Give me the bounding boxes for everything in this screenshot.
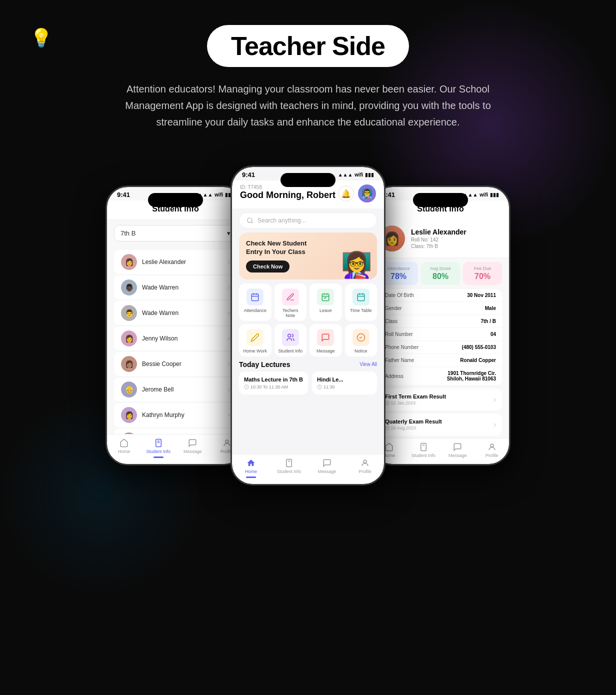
nav-label: Student Info bbox=[411, 453, 436, 458]
chevron-right-icon: › bbox=[228, 360, 230, 368]
lectures-list: Maths Lecture in 7th B 10:30 To 11:30 AM… bbox=[232, 372, 384, 394]
nav-home[interactable]: Home bbox=[107, 438, 142, 458]
nav-label: Home bbox=[245, 469, 257, 474]
check-now-button[interactable]: Check Now bbox=[246, 260, 290, 272]
nav-label: Message bbox=[318, 469, 336, 474]
info-row-class: Class 7th / B bbox=[379, 315, 502, 328]
exam-item-quarterly[interactable]: Quaterly Exam Result 10 Aug,2023 › bbox=[379, 414, 502, 436]
student-info-icon bbox=[282, 329, 299, 346]
nav-message[interactable]: Message bbox=[440, 442, 475, 458]
wifi-icon: wifi bbox=[480, 192, 488, 198]
nav-message[interactable]: Message bbox=[308, 458, 346, 478]
nav-label: Profile bbox=[486, 453, 498, 458]
svg-point-4 bbox=[248, 218, 252, 222]
list-item[interactable]: 👩 Jenny Wilson › bbox=[114, 326, 237, 350]
avatar: 👨🏿 bbox=[121, 280, 137, 296]
father-value: Ronald Copper bbox=[460, 358, 496, 363]
svg-rect-21 bbox=[286, 460, 292, 467]
banner-line1: Check New Student bbox=[246, 240, 306, 248]
menu-homework[interactable]: Home Work bbox=[239, 324, 272, 356]
student-name: Bessie Cooper bbox=[142, 360, 223, 368]
nav-student-info[interactable]: Student Info bbox=[270, 458, 308, 478]
student-name: Kathryn Murphy bbox=[142, 412, 223, 418]
dynamic-island-left bbox=[148, 193, 203, 207]
exam1-date: 12 Jan,2023 bbox=[385, 400, 446, 406]
menu-teachers-note[interactable]: Techers Note bbox=[274, 284, 307, 321]
status-icons-left: ▲▲▲ wifi ▮▮▮ bbox=[198, 192, 234, 198]
menu-student-info[interactable]: Student Info bbox=[274, 324, 307, 356]
timetable-label: Time Table bbox=[350, 308, 372, 313]
view-all-button[interactable]: View All bbox=[360, 362, 377, 367]
logo-icon: 💡 bbox=[30, 28, 52, 48]
banner-text: Check New Student Entry In Your Class Ch… bbox=[246, 240, 306, 272]
student-profile: 👩 Leslie Alexander Roll No: 142 Class: 7… bbox=[372, 220, 509, 258]
list-item[interactable]: 👩 Kathryn Murphy › bbox=[114, 403, 237, 427]
message-icon bbox=[317, 329, 334, 346]
battery-icon: ▮▮▮ bbox=[490, 192, 499, 198]
message-label: Message bbox=[316, 348, 335, 354]
exam1-title: First Term Exam Result bbox=[385, 394, 446, 400]
class-selector[interactable]: 7th B ▾ bbox=[114, 225, 237, 242]
teacher-avatar: 👨‍🏫 bbox=[358, 184, 376, 202]
nav-student-info[interactable]: Student Info bbox=[406, 442, 441, 458]
lecture-name: Hindi Le... bbox=[317, 376, 372, 382]
nav-home[interactable]: Home bbox=[232, 458, 270, 478]
info-table: Date Of Birth 30 Nov 2011 Gender Male Cl… bbox=[379, 289, 502, 386]
student-list: 👩 Leslie Alexander › 👨🏿 Wade Warren › 👨 … bbox=[107, 246, 244, 464]
avg-score-label: Avg.Score bbox=[425, 266, 456, 271]
banner-line2: Entry In Your Class bbox=[246, 248, 306, 256]
address-label: Address bbox=[385, 374, 404, 379]
bell-button[interactable]: 🔔 bbox=[338, 186, 354, 202]
status-icons-right: ▲▲▲ wifi ▮▮▮ bbox=[463, 192, 499, 198]
svg-point-3 bbox=[226, 440, 228, 443]
dob-value: 30 Nov 2011 bbox=[467, 292, 496, 298]
student-name: Jenny Wilson bbox=[142, 335, 223, 342]
info-row-dob: Date Of Birth 30 Nov 2011 bbox=[379, 289, 502, 302]
class-selected-text: 7th B bbox=[120, 230, 136, 237]
info-row-phone: Phone Number (480) 555-0103 bbox=[379, 341, 502, 354]
notice-label: Notice bbox=[354, 348, 368, 354]
avatar: 👩 bbox=[121, 407, 137, 423]
menu-notice[interactable]: Notice bbox=[345, 324, 378, 356]
stats-row: Attendance 78% Avg.Score 80% Fee Due 70% bbox=[379, 262, 502, 285]
svg-rect-14 bbox=[358, 294, 364, 301]
greeting-text: Good Morning, Robert bbox=[240, 190, 336, 200]
attendance-icon bbox=[246, 288, 264, 306]
profile-info: Leslie Alexander Roll No: 142 Class: 7th… bbox=[411, 228, 466, 249]
list-item[interactable]: 👩 Leslie Alexander › bbox=[114, 250, 237, 274]
exam-info: Quaterly Exam Result 10 Aug,2023 bbox=[385, 418, 442, 430]
student-name: Jerome Bell bbox=[142, 386, 223, 393]
lecture-time: 11:30 bbox=[317, 384, 372, 390]
menu-timetable[interactable]: Time Table bbox=[345, 284, 378, 321]
list-item[interactable]: 👨🏿 Wade Warren › bbox=[114, 276, 237, 300]
menu-leave[interactable]: Leave bbox=[310, 284, 342, 321]
list-item[interactable]: 👨 Wade Warren › bbox=[114, 301, 237, 325]
nav-profile[interactable]: Profile bbox=[475, 442, 510, 458]
today-lectures-header: Today Lectures View All bbox=[239, 360, 377, 368]
svg-point-23 bbox=[364, 460, 366, 463]
exam-item-first-term[interactable]: First Term Exam Result 12 Jan,2023 › bbox=[379, 388, 502, 410]
homework-icon bbox=[246, 329, 264, 346]
roll-value: 04 bbox=[490, 332, 496, 337]
phones-section: 9:41 ▲▲▲ wifi ▮▮▮ Student Info 7th B ▾ 👩 bbox=[0, 146, 616, 516]
chevron-right-icon: › bbox=[228, 386, 230, 393]
class-value: 7th / B bbox=[480, 318, 496, 324]
page-title: Teacher Side bbox=[231, 31, 385, 61]
menu-message[interactable]: Message bbox=[310, 324, 342, 356]
lecture-card[interactable]: Maths Lecture in 7th B 10:30 To 11:30 AM bbox=[239, 372, 308, 394]
chevron-right-icon: › bbox=[228, 310, 230, 316]
homework-label: Home Work bbox=[244, 348, 267, 354]
menu-attendance[interactable]: Attendance bbox=[239, 284, 272, 321]
list-item[interactable]: 👴 Jerome Bell › bbox=[114, 378, 237, 402]
wifi-icon: wifi bbox=[214, 192, 223, 198]
nav-message[interactable]: Message bbox=[176, 438, 210, 458]
fee-due-stat: Fee Due 70% bbox=[463, 262, 502, 285]
status-time-left: 9:41 bbox=[117, 191, 130, 198]
lecture-card[interactable]: Hindi Le... 11:30 bbox=[312, 372, 377, 394]
title-badge: Teacher Side bbox=[207, 25, 409, 67]
nav-label: Message bbox=[448, 453, 467, 458]
nav-student-info[interactable]: Student Info bbox=[142, 438, 176, 458]
list-item[interactable]: 👩🏽 Bessie Cooper › bbox=[114, 352, 237, 376]
search-bar[interactable]: Search anything... bbox=[239, 212, 377, 228]
nav-profile[interactable]: Profile bbox=[346, 458, 384, 478]
